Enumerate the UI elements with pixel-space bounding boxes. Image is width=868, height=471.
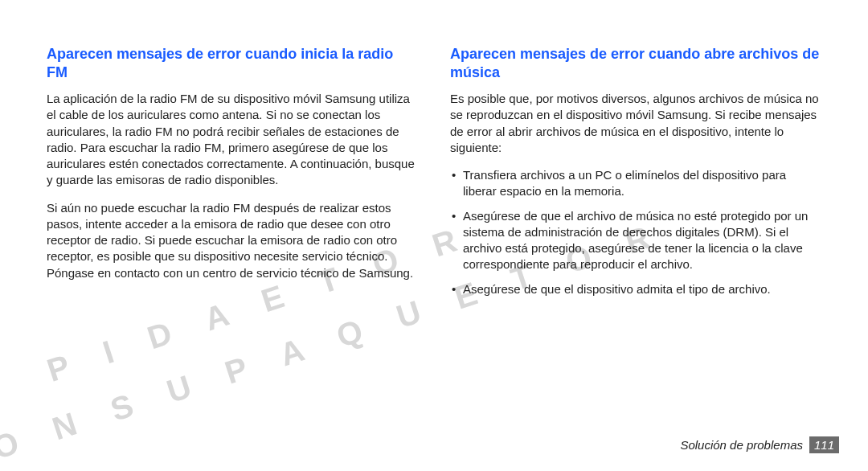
footer-section-label: Solución de problemas (680, 438, 803, 452)
bullet-item: Transfiera archivos a un PC o elimínelos… (450, 167, 821, 200)
left-paragraph-1: La aplicación de la radio FM de su dispo… (47, 91, 418, 189)
bullet-item: Asegúrese de que el dispositivo admita e… (450, 281, 821, 297)
bullet-item: Asegúrese de que el archivo de música no… (450, 208, 821, 273)
page-number: 111 (809, 436, 839, 453)
left-heading: Aparecen mensajes de error cuando inicia… (47, 45, 418, 81)
bullet-list: Transfiera archivos a un PC o elimínelos… (450, 167, 821, 297)
page-footer: Solución de problemas 111 (680, 436, 839, 453)
left-column: Aparecen mensajes de error cuando inicia… (47, 45, 418, 305)
left-paragraph-2: Si aún no puede escuchar la radio FM des… (47, 200, 418, 281)
right-column: Aparecen mensajes de error cuando abre a… (450, 45, 821, 305)
page-content: Aparecen mensajes de error cuando inicia… (0, 0, 868, 305)
right-paragraph-1: Es posible que, por motivos diversos, al… (450, 91, 821, 156)
right-heading: Aparecen mensajes de error cuando abre a… (450, 45, 821, 81)
